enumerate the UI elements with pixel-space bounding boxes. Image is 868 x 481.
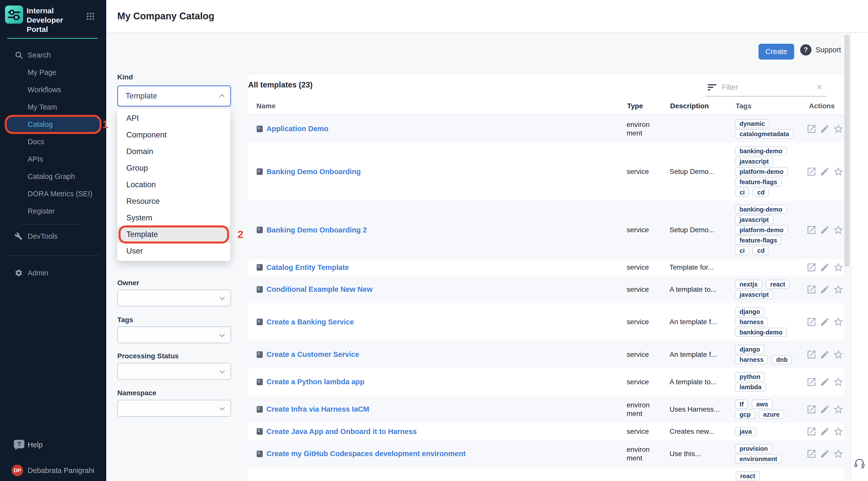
sidebar-item-register[interactable]: Register: [7, 204, 99, 218]
sidebar-item-devtools[interactable]: DevTools: [7, 229, 99, 243]
edit-pencil-icon[interactable]: [820, 167, 830, 177]
favorite-star-icon[interactable]: [833, 349, 844, 360]
favorite-star-icon[interactable]: [833, 166, 844, 177]
tag-chip: feature-flags: [735, 236, 782, 245]
tags-select[interactable]: [117, 326, 231, 343]
edit-pencil-icon[interactable]: [820, 449, 830, 459]
kind-option-component[interactable]: Component: [117, 127, 230, 143]
sidebar-item-workflows[interactable]: Workflows: [7, 83, 99, 97]
kind-select[interactable]: Template: [117, 85, 231, 107]
edit-pencil-icon[interactable]: [820, 426, 830, 437]
entity-name-link[interactable]: Application Demo: [267, 125, 329, 133]
edit-pencil-icon[interactable]: [820, 284, 830, 295]
sidebar-item-search[interactable]: Search: [7, 48, 99, 62]
sidebar-item-admin[interactable]: Admin: [7, 266, 99, 280]
open-in-new-icon[interactable]: [806, 225, 817, 235]
favorite-star-icon[interactable]: [833, 448, 844, 459]
tag-chip: lambda: [735, 383, 766, 392]
open-in-new-icon[interactable]: [806, 449, 817, 459]
favorite-star-icon[interactable]: [833, 404, 844, 415]
kind-option-user[interactable]: User: [117, 243, 230, 259]
edit-pencil-icon[interactable]: [820, 262, 830, 272]
favorite-star-icon[interactable]: [833, 284, 844, 295]
entity-name-link[interactable]: Catalog Entity Template: [267, 263, 349, 272]
open-in-new-icon[interactable]: [806, 284, 817, 295]
table-row: Create a Python lambda appserviceA templ…: [248, 368, 844, 396]
sidebar-item-label: APIs: [28, 155, 43, 163]
search-icon: [14, 51, 23, 59]
question-circle-icon: ?: [800, 44, 811, 56]
column-header-description[interactable]: Description: [670, 102, 734, 110]
entity-type: service: [627, 350, 655, 359]
open-in-new-icon[interactable]: [806, 167, 817, 177]
column-header-name[interactable]: Name: [256, 102, 627, 110]
entity-name-link[interactable]: Create a Customer Service: [267, 350, 359, 359]
apps-grid-icon[interactable]: [86, 11, 95, 22]
favorite-star-icon[interactable]: [833, 377, 844, 388]
open-in-new-icon[interactable]: [806, 124, 817, 134]
entity-description: An template f...: [670, 318, 734, 326]
open-in-new-icon[interactable]: [806, 377, 817, 387]
edit-pencil-icon[interactable]: [820, 124, 830, 134]
favorite-star-icon[interactable]: [833, 262, 844, 273]
gear-icon: [14, 269, 23, 277]
column-header-tags[interactable]: Tags: [736, 102, 807, 110]
sidebar-item-docs[interactable]: Docs: [7, 134, 99, 149]
column-header-type[interactable]: Type: [627, 102, 656, 110]
entity-type: environment: [627, 445, 655, 462]
sidebar-item-my-team[interactable]: My Team: [7, 100, 99, 114]
support-link[interactable]: ? Support: [800, 44, 841, 56]
entity-name-link[interactable]: Create a Python lambda app: [267, 378, 365, 386]
entity-name-link[interactable]: Banking Demo Onboarding: [267, 168, 361, 176]
chevron-down-icon: [219, 295, 225, 300]
open-in-new-icon[interactable]: [806, 317, 817, 327]
kind-option-label: Template: [126, 230, 158, 239]
tag-chip: javascript: [735, 215, 773, 224]
clear-filter-icon[interactable]: ✕: [816, 83, 823, 92]
help-label: Help: [28, 441, 43, 449]
open-in-new-icon[interactable]: [806, 426, 817, 437]
edit-pencil-icon[interactable]: [820, 404, 830, 414]
kind-option-location[interactable]: Location: [117, 176, 230, 193]
entity-name-link[interactable]: Create Infra via Harness IaCM: [267, 405, 369, 413]
tag-chip: banking-demo: [735, 147, 787, 156]
kind-option-api[interactable]: API: [117, 110, 230, 127]
kind-option-system[interactable]: System: [117, 210, 230, 226]
entity-name-link[interactable]: Conditional Example New New: [267, 285, 372, 294]
open-in-new-icon[interactable]: [806, 262, 817, 273]
edit-pencil-icon[interactable]: [820, 377, 830, 387]
entity-name-link[interactable]: Create a Banking Service: [267, 318, 354, 326]
create-button[interactable]: Create: [758, 44, 794, 60]
kind-option-domain[interactable]: Domain: [117, 143, 230, 160]
owner-select[interactable]: [117, 290, 231, 306]
sidebar-item-my-page[interactable]: My Page: [7, 65, 99, 80]
open-in-new-icon[interactable]: [806, 349, 817, 360]
edit-pencil-icon[interactable]: [820, 317, 830, 327]
favorite-star-icon[interactable]: [833, 317, 844, 327]
support-chat-icon[interactable]: [854, 458, 865, 471]
processing-status-select[interactable]: [117, 363, 231, 380]
entity-name-link[interactable]: Banking Demo Onboarding 2: [267, 226, 367, 234]
sidebar-item-apis[interactable]: APIs: [7, 152, 99, 167]
sidebar-item-catalog-graph[interactable]: Catalog Graph: [7, 169, 99, 184]
namespace-select[interactable]: [117, 400, 231, 417]
open-in-new-icon[interactable]: [806, 404, 817, 415]
favorite-star-icon[interactable]: [833, 123, 844, 134]
kind-option-template[interactable]: Template2: [117, 226, 230, 243]
edit-pencil-icon[interactable]: [820, 350, 830, 360]
kind-option-resource[interactable]: Resource: [117, 193, 230, 210]
user-menu[interactable]: DP Debabrata Panigrahi: [0, 463, 106, 478]
edit-pencil-icon[interactable]: [820, 225, 830, 235]
vertical-scrollbar[interactable]: [844, 34, 849, 267]
sidebar-item-help[interactable]: ? Help: [0, 438, 106, 452]
tag-chip: tf: [735, 399, 748, 409]
entity-name-link[interactable]: Create my GitHub Codespaces development …: [267, 450, 466, 458]
entity-name-link[interactable]: Create Java App and Onboard it to Harnes…: [267, 427, 417, 436]
favorite-star-icon[interactable]: [833, 224, 844, 236]
kind-option-group[interactable]: Group: [117, 160, 230, 176]
sidebar-item-catalog[interactable]: Catalog1: [7, 117, 99, 132]
table-filter-input[interactable]: Filter ✕: [705, 79, 827, 96]
tag-chip: banking-demo: [735, 328, 787, 337]
favorite-star-icon[interactable]: [833, 426, 844, 437]
sidebar-item-dora-metrics-sei[interactable]: DORA Metrics (SEI): [7, 186, 99, 201]
